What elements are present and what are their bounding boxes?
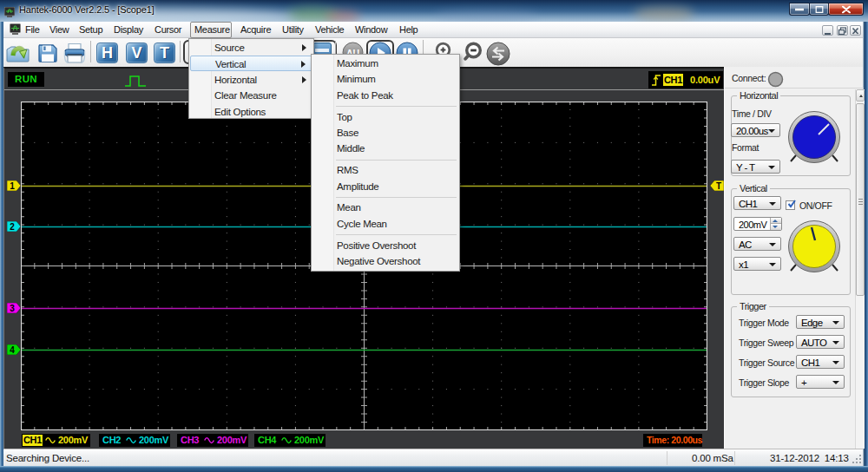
svg-text:1: 1 bbox=[10, 181, 15, 191]
svg-text:4: 4 bbox=[10, 345, 15, 355]
svg-text:3: 3 bbox=[10, 304, 15, 313]
svg-text:T: T bbox=[716, 181, 721, 191]
svg-text:2: 2 bbox=[10, 222, 15, 232]
